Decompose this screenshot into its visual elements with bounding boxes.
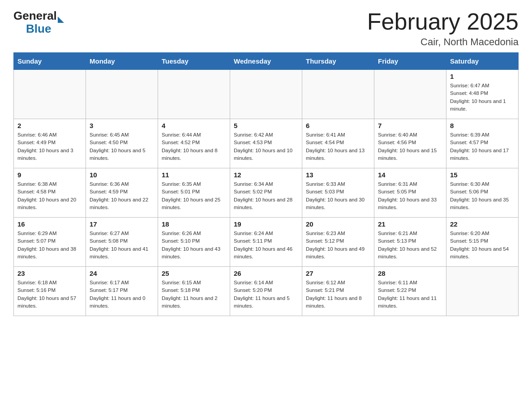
weekday-header-saturday: Saturday [446, 53, 519, 70]
calendar-cell: 2Sunrise: 6:46 AMSunset: 4:49 PMDaylight… [14, 119, 86, 168]
day-info: Sunrise: 6:29 AMSunset: 5:07 PMDaylight:… [17, 230, 82, 261]
logo-blue-text: Blue [26, 22, 51, 36]
calendar-cell: 6Sunrise: 6:41 AMSunset: 4:54 PMDaylight… [302, 119, 374, 168]
day-number: 6 [306, 122, 370, 129]
page-header: General Blue February 2025 Cair, North M… [13, 9, 519, 48]
logo: General Blue [13, 9, 64, 36]
day-info: Sunrise: 6:30 AMSunset: 5:06 PMDaylight:… [450, 180, 515, 211]
day-info: Sunrise: 6:47 AMSunset: 4:48 PMDaylight:… [450, 82, 515, 113]
day-info: Sunrise: 6:20 AMSunset: 5:15 PMDaylight:… [450, 230, 515, 261]
day-number: 3 [90, 122, 154, 129]
day-info: Sunrise: 6:27 AMSunset: 5:08 PMDaylight:… [90, 230, 154, 261]
logo-general-text: General [13, 9, 57, 23]
weekday-header-monday: Monday [86, 53, 158, 70]
day-number: 18 [162, 220, 226, 228]
weekday-header-sunday: Sunday [14, 53, 86, 70]
day-info: Sunrise: 6:40 AMSunset: 4:56 PMDaylight:… [378, 131, 442, 162]
week-row-4: 16Sunrise: 6:29 AMSunset: 5:07 PMDayligh… [14, 218, 519, 267]
day-number: 15 [450, 171, 515, 179]
calendar-cell: 4Sunrise: 6:44 AMSunset: 4:52 PMDaylight… [158, 119, 230, 168]
day-info: Sunrise: 6:17 AMSunset: 5:17 PMDaylight:… [90, 279, 154, 310]
calendar-cell: 3Sunrise: 6:45 AMSunset: 4:50 PMDaylight… [86, 119, 158, 168]
month-title: February 2025 [367, 9, 519, 34]
calendar-cell: 15Sunrise: 6:30 AMSunset: 5:06 PMDayligh… [446, 168, 519, 218]
day-info: Sunrise: 6:44 AMSunset: 4:52 PMDaylight:… [162, 131, 226, 162]
calendar-cell [374, 70, 446, 119]
calendar-cell: 23Sunrise: 6:18 AMSunset: 5:16 PMDayligh… [14, 267, 86, 316]
day-info: Sunrise: 6:26 AMSunset: 5:10 PMDaylight:… [162, 230, 226, 261]
day-number: 19 [234, 220, 298, 228]
day-number: 12 [234, 171, 298, 179]
calendar-cell: 24Sunrise: 6:17 AMSunset: 5:17 PMDayligh… [86, 267, 158, 316]
day-info: Sunrise: 6:11 AMSunset: 5:22 PMDaylight:… [378, 279, 442, 310]
logo-arrow-icon [58, 17, 64, 23]
calendar-cell [302, 70, 374, 119]
calendar-cell: 7Sunrise: 6:40 AMSunset: 4:56 PMDaylight… [374, 119, 446, 168]
day-info: Sunrise: 6:33 AMSunset: 5:03 PMDaylight:… [306, 180, 370, 211]
day-number: 24 [90, 270, 154, 277]
day-info: Sunrise: 6:46 AMSunset: 4:49 PMDaylight:… [17, 131, 82, 162]
calendar-cell: 12Sunrise: 6:34 AMSunset: 5:02 PMDayligh… [230, 168, 302, 218]
calendar-cell: 16Sunrise: 6:29 AMSunset: 5:07 PMDayligh… [14, 218, 86, 267]
day-number: 26 [234, 270, 298, 277]
day-info: Sunrise: 6:34 AMSunset: 5:02 PMDaylight:… [234, 180, 298, 211]
day-number: 14 [378, 171, 442, 179]
title-block: February 2025 Cair, North Macedonia [367, 9, 519, 48]
day-number: 25 [162, 270, 226, 277]
day-info: Sunrise: 6:15 AMSunset: 5:18 PMDaylight:… [162, 279, 226, 310]
day-number: 23 [17, 270, 82, 277]
day-number: 17 [90, 220, 154, 228]
calendar-cell: 18Sunrise: 6:26 AMSunset: 5:10 PMDayligh… [158, 218, 230, 267]
week-row-3: 9Sunrise: 6:38 AMSunset: 4:58 PMDaylight… [14, 168, 519, 218]
weekday-header-thursday: Thursday [302, 53, 374, 70]
calendar-cell: 28Sunrise: 6:11 AMSunset: 5:22 PMDayligh… [374, 267, 446, 316]
day-number: 5 [234, 122, 298, 129]
day-info: Sunrise: 6:14 AMSunset: 5:20 PMDaylight:… [234, 279, 298, 310]
day-info: Sunrise: 6:39 AMSunset: 4:57 PMDaylight:… [450, 131, 515, 162]
week-row-5: 23Sunrise: 6:18 AMSunset: 5:16 PMDayligh… [14, 267, 519, 316]
weekday-header-wednesday: Wednesday [230, 53, 302, 70]
calendar-cell: 21Sunrise: 6:21 AMSunset: 5:13 PMDayligh… [374, 218, 446, 267]
day-info: Sunrise: 6:24 AMSunset: 5:11 PMDaylight:… [234, 230, 298, 261]
calendar-cell: 27Sunrise: 6:12 AMSunset: 5:21 PMDayligh… [302, 267, 374, 316]
weekday-header-row: SundayMondayTuesdayWednesdayThursdayFrid… [14, 53, 519, 70]
calendar-cell: 1Sunrise: 6:47 AMSunset: 4:48 PMDaylight… [446, 70, 519, 119]
calendar-cell: 5Sunrise: 6:42 AMSunset: 4:53 PMDaylight… [230, 119, 302, 168]
calendar-cell [446, 267, 519, 316]
day-number: 7 [378, 122, 442, 129]
calendar-cell: 11Sunrise: 6:35 AMSunset: 5:01 PMDayligh… [158, 168, 230, 218]
calendar-table: SundayMondayTuesdayWednesdayThursdayFrid… [13, 52, 519, 316]
calendar-cell [158, 70, 230, 119]
calendar-cell: 19Sunrise: 6:24 AMSunset: 5:11 PMDayligh… [230, 218, 302, 267]
week-row-1: 1Sunrise: 6:47 AMSunset: 4:48 PMDaylight… [14, 70, 519, 119]
day-number: 13 [306, 171, 370, 179]
day-number: 1 [450, 73, 515, 80]
calendar-cell: 25Sunrise: 6:15 AMSunset: 5:18 PMDayligh… [158, 267, 230, 316]
calendar-cell: 9Sunrise: 6:38 AMSunset: 4:58 PMDaylight… [14, 168, 86, 218]
calendar-cell [14, 70, 86, 119]
day-number: 27 [306, 270, 370, 277]
day-number: 4 [162, 122, 226, 129]
day-number: 8 [450, 122, 515, 129]
day-info: Sunrise: 6:38 AMSunset: 4:58 PMDaylight:… [17, 180, 82, 211]
calendar-cell: 26Sunrise: 6:14 AMSunset: 5:20 PMDayligh… [230, 267, 302, 316]
day-info: Sunrise: 6:45 AMSunset: 4:50 PMDaylight:… [90, 131, 154, 162]
day-info: Sunrise: 6:36 AMSunset: 4:59 PMDaylight:… [90, 180, 154, 211]
day-info: Sunrise: 6:42 AMSunset: 4:53 PMDaylight:… [234, 131, 298, 162]
calendar-cell: 17Sunrise: 6:27 AMSunset: 5:08 PMDayligh… [86, 218, 158, 267]
day-info: Sunrise: 6:31 AMSunset: 5:05 PMDaylight:… [378, 180, 442, 211]
calendar-cell: 13Sunrise: 6:33 AMSunset: 5:03 PMDayligh… [302, 168, 374, 218]
day-number: 21 [378, 220, 442, 228]
day-number: 22 [450, 220, 515, 228]
calendar-cell: 8Sunrise: 6:39 AMSunset: 4:57 PMDaylight… [446, 119, 519, 168]
day-number: 10 [90, 171, 154, 179]
calendar-cell: 22Sunrise: 6:20 AMSunset: 5:15 PMDayligh… [446, 218, 519, 267]
day-info: Sunrise: 6:41 AMSunset: 4:54 PMDaylight:… [306, 131, 370, 162]
location-title: Cair, North Macedonia [367, 36, 519, 48]
day-info: Sunrise: 6:12 AMSunset: 5:21 PMDaylight:… [306, 279, 370, 310]
week-row-2: 2Sunrise: 6:46 AMSunset: 4:49 PMDaylight… [14, 119, 519, 168]
day-info: Sunrise: 6:18 AMSunset: 5:16 PMDaylight:… [17, 279, 82, 310]
day-info: Sunrise: 6:23 AMSunset: 5:12 PMDaylight:… [306, 230, 370, 261]
day-number: 16 [17, 220, 82, 228]
day-number: 11 [162, 171, 226, 179]
